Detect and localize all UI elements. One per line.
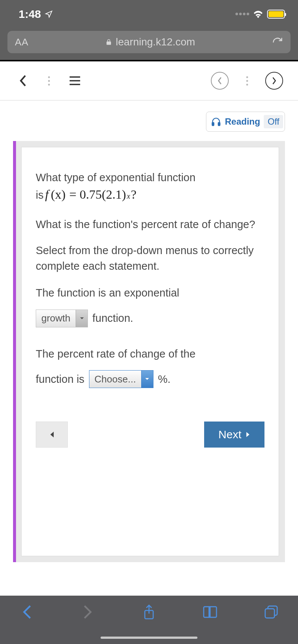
lock-icon bbox=[105, 38, 112, 46]
chevron-down-icon bbox=[141, 371, 153, 388]
safari-bottom-bar bbox=[0, 596, 298, 644]
browser-back-button[interactable] bbox=[19, 604, 35, 620]
statement-2b: function is bbox=[36, 373, 85, 385]
question-line-2: What is the function's percent rate of c… bbox=[36, 217, 264, 232]
menu-icon[interactable] bbox=[67, 73, 83, 89]
statement-1-row: growth function. bbox=[36, 310, 264, 327]
app-toolbar bbox=[0, 61, 298, 100]
wifi-icon bbox=[253, 10, 263, 18]
more-vertical-icon-2[interactable] bbox=[239, 73, 255, 89]
home-indicator[interactable] bbox=[101, 637, 197, 639]
browser-forward-button bbox=[80, 604, 96, 620]
battery-icon bbox=[267, 10, 285, 19]
svg-rect-3 bbox=[265, 609, 275, 618]
back-chevron-icon[interactable] bbox=[15, 73, 31, 89]
url-bar[interactable]: AA learning.k12.com bbox=[7, 31, 291, 53]
reading-label: Reading bbox=[225, 116, 260, 127]
next-page-button[interactable] bbox=[265, 72, 283, 90]
text-size-button[interactable]: AA bbox=[15, 36, 29, 48]
status-time: 1:48 bbox=[19, 8, 53, 20]
statement-2-row: function is Choose... %. bbox=[36, 370, 264, 388]
dropdown-percent[interactable]: Choose... bbox=[89, 370, 153, 388]
location-icon bbox=[45, 10, 53, 18]
refresh-icon[interactable] bbox=[272, 36, 283, 48]
statement-1: The function is an exponential bbox=[36, 285, 264, 301]
nav-row: Next bbox=[36, 422, 264, 448]
next-button[interactable]: Next bbox=[204, 422, 264, 448]
dropdown-type[interactable]: growth bbox=[36, 310, 88, 327]
question-card: What type of exponential function is f (… bbox=[13, 141, 285, 562]
share-button[interactable] bbox=[141, 604, 157, 620]
next-label: Next bbox=[218, 428, 241, 441]
bookmarks-button[interactable] bbox=[202, 604, 218, 620]
url-text: learning.k12.com bbox=[116, 36, 195, 48]
question-line-1: What type of exponential function bbox=[36, 170, 264, 185]
prev-button[interactable] bbox=[36, 422, 68, 448]
dropdown-type-value: growth bbox=[36, 313, 76, 324]
reading-toggle[interactable]: Reading Off bbox=[206, 112, 285, 132]
time-value: 1:48 bbox=[19, 8, 41, 20]
tabs-button[interactable] bbox=[263, 604, 279, 620]
page-body: Reading Off What type of exponential fun… bbox=[0, 100, 298, 562]
chevron-down-icon bbox=[76, 310, 88, 327]
reading-state: Off bbox=[264, 115, 283, 128]
headphones-icon bbox=[211, 116, 221, 127]
question-line-3: Select from the drop-down menus to corre… bbox=[36, 243, 264, 274]
url-bar-container: AA learning.k12.com bbox=[0, 28, 298, 60]
statement-2-tail: %. bbox=[158, 373, 171, 385]
question-inner: What type of exponential function is f (… bbox=[21, 147, 279, 556]
prev-page-button[interactable] bbox=[211, 72, 229, 90]
statement-2a: The percent rate of change of the bbox=[36, 346, 264, 362]
more-vertical-icon[interactable] bbox=[41, 73, 57, 89]
svg-rect-1 bbox=[218, 122, 220, 125]
svg-rect-0 bbox=[212, 122, 214, 125]
signal-dots-icon bbox=[235, 13, 249, 15]
triangle-left-icon bbox=[49, 431, 54, 438]
question-formula: is f (x) = 0.75(2.1)x ? bbox=[36, 188, 264, 202]
statement-1-tail: function. bbox=[92, 312, 133, 324]
status-right bbox=[235, 10, 285, 19]
dropdown-percent-value: Choose... bbox=[89, 374, 141, 385]
status-bar: 1:48 bbox=[0, 0, 298, 28]
triangle-right-icon bbox=[246, 432, 250, 438]
url-display: learning.k12.com bbox=[29, 36, 272, 48]
